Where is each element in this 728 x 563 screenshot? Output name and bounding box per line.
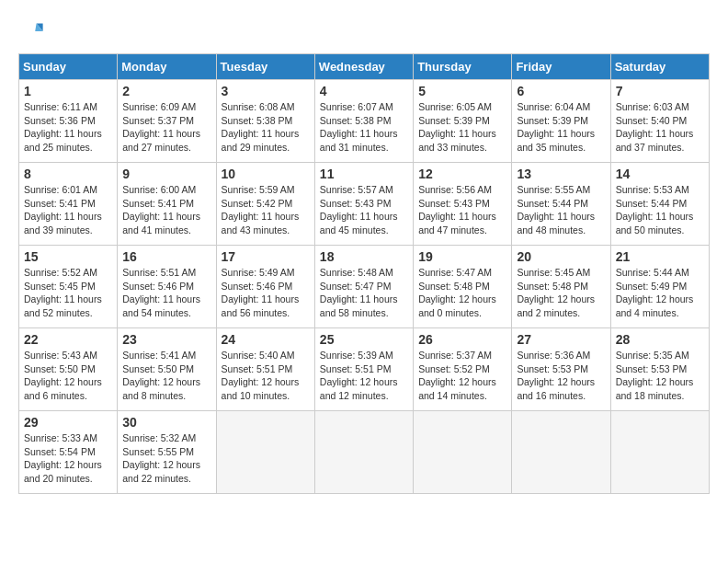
table-row: 27Sunrise: 5:36 AMSunset: 5:53 PMDayligh… <box>512 328 610 411</box>
table-row: 18Sunrise: 5:48 AMSunset: 5:47 PMDayligh… <box>314 246 413 328</box>
table-row: 22Sunrise: 5:43 AMSunset: 5:50 PMDayligh… <box>19 328 118 411</box>
day-number: 25 <box>320 332 408 347</box>
day-number: 2 <box>122 84 210 98</box>
table-row: 13Sunrise: 5:55 AMSunset: 5:44 PMDayligh… <box>512 163 610 246</box>
table-row: 25Sunrise: 5:39 AMSunset: 5:51 PMDayligh… <box>314 328 413 411</box>
table-row: 6Sunrise: 6:04 AMSunset: 5:39 PMDaylight… <box>512 80 610 163</box>
day-info: Sunrise: 5:47 AMSunset: 5:48 PMDaylight:… <box>418 266 506 320</box>
table-row <box>512 411 610 494</box>
day-info: Sunrise: 6:09 AMSunset: 5:37 PMDaylight:… <box>122 100 210 155</box>
day-info: Sunrise: 5:59 AMSunset: 5:42 PMDaylight:… <box>222 183 310 237</box>
col-tuesday: Tuesday <box>216 54 314 80</box>
day-number: 29 <box>24 415 112 430</box>
table-row: 17Sunrise: 5:49 AMSunset: 5:46 PMDayligh… <box>216 246 314 328</box>
day-number: 10 <box>222 167 310 181</box>
table-row: 30Sunrise: 5:32 AMSunset: 5:55 PMDayligh… <box>118 411 216 494</box>
col-friday: Friday <box>512 54 610 80</box>
day-number: 6 <box>517 84 605 98</box>
day-info: Sunrise: 5:43 AMSunset: 5:50 PMDaylight:… <box>24 349 112 403</box>
day-number: 3 <box>222 84 310 98</box>
table-row: 3Sunrise: 6:08 AMSunset: 5:38 PMDaylight… <box>216 80 314 163</box>
table-row: 8Sunrise: 6:01 AMSunset: 5:41 PMDaylight… <box>19 163 118 246</box>
day-info: Sunrise: 5:57 AMSunset: 5:43 PMDaylight:… <box>320 183 408 237</box>
table-row: 23Sunrise: 5:41 AMSunset: 5:50 PMDayligh… <box>118 328 216 411</box>
day-number: 1 <box>24 84 112 98</box>
day-info: Sunrise: 6:00 AMSunset: 5:41 PMDaylight:… <box>122 183 210 237</box>
day-info: Sunrise: 5:33 AMSunset: 5:54 PMDaylight:… <box>24 431 112 486</box>
day-info: Sunrise: 5:48 AMSunset: 5:47 PMDaylight:… <box>320 266 408 320</box>
day-number: 17 <box>222 249 310 264</box>
day-info: Sunrise: 6:07 AMSunset: 5:38 PMDaylight:… <box>320 100 408 155</box>
col-wednesday: Wednesday <box>314 54 413 80</box>
day-number: 5 <box>418 84 506 98</box>
day-number: 9 <box>122 167 210 181</box>
day-info: Sunrise: 6:11 AMSunset: 5:36 PMDaylight:… <box>24 100 112 155</box>
logo-icon <box>18 18 44 44</box>
day-number: 11 <box>320 167 408 181</box>
table-row: 24Sunrise: 5:40 AMSunset: 5:51 PMDayligh… <box>216 328 314 411</box>
calendar-row: 22Sunrise: 5:43 AMSunset: 5:50 PMDayligh… <box>19 328 710 411</box>
table-row: 1Sunrise: 6:11 AMSunset: 5:36 PMDaylight… <box>19 80 118 163</box>
logo <box>18 18 48 44</box>
day-number: 18 <box>320 249 408 264</box>
table-row: 11Sunrise: 5:57 AMSunset: 5:43 PMDayligh… <box>314 163 413 246</box>
day-number: 12 <box>418 167 506 181</box>
header-row: Sunday Monday Tuesday Wednesday Thursday… <box>19 54 710 80</box>
day-info: Sunrise: 6:01 AMSunset: 5:41 PMDaylight:… <box>24 183 112 237</box>
table-row: 19Sunrise: 5:47 AMSunset: 5:48 PMDayligh… <box>414 246 512 328</box>
day-number: 24 <box>222 332 310 347</box>
day-number: 16 <box>122 249 210 264</box>
day-number: 19 <box>418 249 506 264</box>
day-info: Sunrise: 5:39 AMSunset: 5:51 PMDaylight:… <box>320 349 408 403</box>
day-info: Sunrise: 5:36 AMSunset: 5:53 PMDaylight:… <box>517 349 605 403</box>
day-number: 8 <box>24 167 112 181</box>
day-number: 27 <box>517 332 605 347</box>
day-number: 7 <box>616 84 704 98</box>
day-info: Sunrise: 5:51 AMSunset: 5:46 PMDaylight:… <box>122 266 210 320</box>
day-number: 13 <box>517 167 605 181</box>
table-row: 16Sunrise: 5:51 AMSunset: 5:46 PMDayligh… <box>118 246 216 328</box>
day-info: Sunrise: 5:32 AMSunset: 5:55 PMDaylight:… <box>122 431 210 486</box>
col-monday: Monday <box>118 54 216 80</box>
day-number: 23 <box>122 332 210 347</box>
day-number: 14 <box>616 167 704 181</box>
day-number: 15 <box>24 249 112 264</box>
table-row <box>216 411 314 494</box>
table-row: 2Sunrise: 6:09 AMSunset: 5:37 PMDaylight… <box>118 80 216 163</box>
table-row: 15Sunrise: 5:52 AMSunset: 5:45 PMDayligh… <box>19 246 118 328</box>
day-number: 21 <box>616 249 704 264</box>
table-row: 21Sunrise: 5:44 AMSunset: 5:49 PMDayligh… <box>610 246 709 328</box>
day-info: Sunrise: 6:03 AMSunset: 5:40 PMDaylight:… <box>616 100 704 155</box>
day-info: Sunrise: 5:44 AMSunset: 5:49 PMDaylight:… <box>616 266 704 320</box>
table-row: 7Sunrise: 6:03 AMSunset: 5:40 PMDaylight… <box>610 80 709 163</box>
table-row <box>414 411 512 494</box>
col-saturday: Saturday <box>610 54 709 80</box>
header <box>18 18 710 44</box>
day-info: Sunrise: 5:52 AMSunset: 5:45 PMDaylight:… <box>24 266 112 320</box>
table-row: 26Sunrise: 5:37 AMSunset: 5:52 PMDayligh… <box>414 328 512 411</box>
day-info: Sunrise: 6:05 AMSunset: 5:39 PMDaylight:… <box>418 100 506 155</box>
table-row: 9Sunrise: 6:00 AMSunset: 5:41 PMDaylight… <box>118 163 216 246</box>
calendar-body: 1Sunrise: 6:11 AMSunset: 5:36 PMDaylight… <box>19 80 710 494</box>
calendar-row: 29Sunrise: 5:33 AMSunset: 5:54 PMDayligh… <box>19 411 710 494</box>
table-row <box>314 411 413 494</box>
day-info: Sunrise: 6:08 AMSunset: 5:38 PMDaylight:… <box>222 100 310 155</box>
day-info: Sunrise: 5:35 AMSunset: 5:53 PMDaylight:… <box>616 349 704 403</box>
calendar-table: Sunday Monday Tuesday Wednesday Thursday… <box>18 53 710 494</box>
table-row: 10Sunrise: 5:59 AMSunset: 5:42 PMDayligh… <box>216 163 314 246</box>
calendar-row: 8Sunrise: 6:01 AMSunset: 5:41 PMDaylight… <box>19 163 710 246</box>
table-row: 28Sunrise: 5:35 AMSunset: 5:53 PMDayligh… <box>610 328 709 411</box>
day-number: 4 <box>320 84 408 98</box>
day-info: Sunrise: 5:56 AMSunset: 5:43 PMDaylight:… <box>418 183 506 237</box>
table-row: 4Sunrise: 6:07 AMSunset: 5:38 PMDaylight… <box>314 80 413 163</box>
col-sunday: Sunday <box>19 54 118 80</box>
day-info: Sunrise: 5:55 AMSunset: 5:44 PMDaylight:… <box>517 183 605 237</box>
day-number: 20 <box>517 249 605 264</box>
day-info: Sunrise: 5:37 AMSunset: 5:52 PMDaylight:… <box>418 349 506 403</box>
day-info: Sunrise: 6:04 AMSunset: 5:39 PMDaylight:… <box>517 100 605 155</box>
table-row: 20Sunrise: 5:45 AMSunset: 5:48 PMDayligh… <box>512 246 610 328</box>
day-info: Sunrise: 5:49 AMSunset: 5:46 PMDaylight:… <box>222 266 310 320</box>
day-number: 30 <box>122 415 210 430</box>
day-number: 22 <box>24 332 112 347</box>
table-row: 5Sunrise: 6:05 AMSunset: 5:39 PMDaylight… <box>414 80 512 163</box>
